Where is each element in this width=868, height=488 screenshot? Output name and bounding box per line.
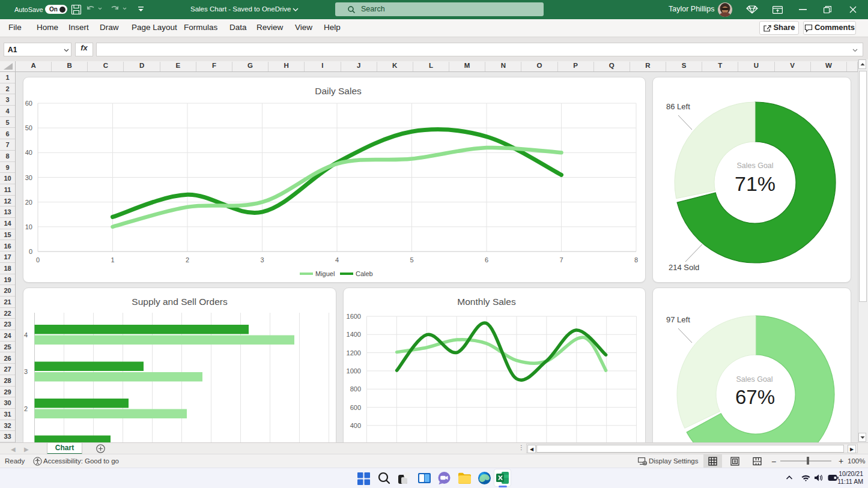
svg-text:6: 6: [485, 256, 488, 264]
svg-text:67%: 67%: [735, 386, 775, 408]
svg-text:0: 0: [36, 256, 40, 264]
svg-text:30: 30: [25, 174, 32, 181]
svg-text:50: 50: [25, 124, 32, 131]
svg-text:3: 3: [24, 368, 28, 375]
svg-text:Sales Goal: Sales Goal: [736, 161, 773, 170]
svg-text:86 Left: 86 Left: [666, 102, 690, 111]
svg-text:2: 2: [186, 256, 189, 264]
svg-text:1600: 1600: [347, 313, 361, 320]
svg-text:97 Left: 97 Left: [666, 315, 690, 324]
svg-text:2: 2: [24, 405, 28, 412]
svg-text:214 Sold: 214 Sold: [669, 263, 699, 272]
svg-text:40: 40: [25, 149, 32, 156]
svg-text:4: 4: [335, 256, 339, 264]
svg-text:1200: 1200: [347, 349, 361, 357]
svg-text:8: 8: [634, 256, 638, 264]
svg-text:Monthly Sales: Monthly Sales: [457, 297, 516, 307]
svg-text:0: 0: [29, 248, 32, 255]
svg-text:4: 4: [24, 331, 28, 339]
svg-text:1: 1: [111, 256, 114, 264]
svg-text:1400: 1400: [347, 331, 361, 338]
svg-text:10: 10: [25, 223, 32, 230]
svg-text:20: 20: [25, 199, 32, 206]
svg-text:Sales Goal: Sales Goal: [736, 375, 772, 384]
svg-text:Miguel: Miguel: [315, 270, 335, 277]
svg-text:5: 5: [410, 256, 413, 264]
svg-text:Daily Sales: Daily Sales: [315, 86, 362, 96]
svg-text:60: 60: [25, 100, 32, 107]
svg-text:600: 600: [350, 404, 361, 411]
svg-text:7: 7: [559, 256, 563, 264]
svg-text:71%: 71%: [735, 172, 775, 195]
svg-text:400: 400: [350, 422, 361, 429]
svg-text:3: 3: [260, 256, 264, 264]
svg-text:800: 800: [350, 385, 361, 393]
svg-text:1000: 1000: [347, 367, 361, 375]
svg-text:Caleb: Caleb: [356, 270, 373, 277]
svg-text:Supply and Sell Orders: Supply and Sell Orders: [132, 297, 228, 307]
